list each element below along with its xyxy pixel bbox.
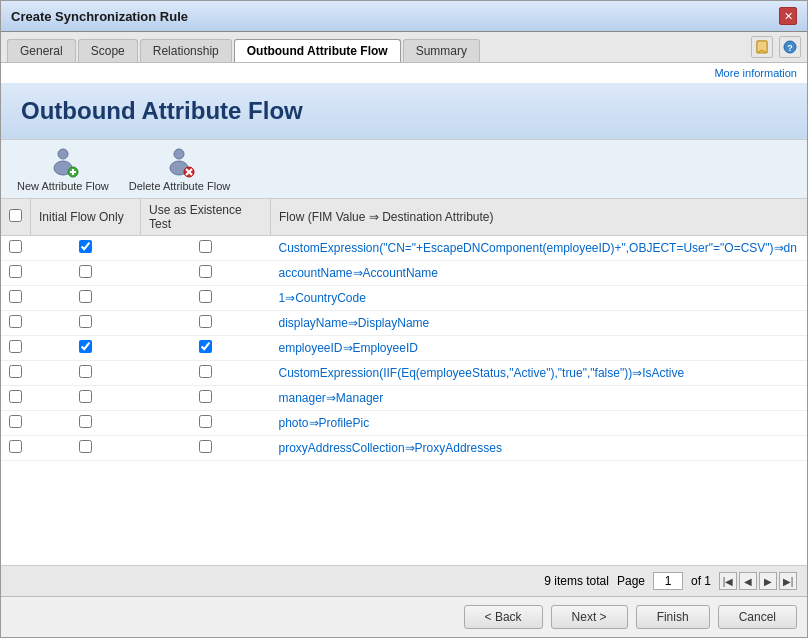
initial-flow-checkbox[interactable] [79,390,92,403]
first-page-button[interactable]: |◀ [719,572,737,590]
table-row: employeeID⇒EmployeeID [1,336,807,361]
row-select-checkbox[interactable] [9,415,22,428]
initial-flow-checkbox[interactable] [79,440,92,453]
table-row: CustomExpression(IIF(Eq(employeeStatus,"… [1,361,807,386]
tab-relationship[interactable]: Relationship [140,39,232,62]
tab-general[interactable]: General [7,39,76,62]
flow-value: manager⇒Manager [271,386,808,411]
flow-value: CustomExpression("CN="+EscapeDNComponent… [271,236,808,261]
last-page-button[interactable]: ▶| [779,572,797,590]
flow-value: 1⇒CountryCode [271,286,808,311]
table-row: manager⇒Manager [1,386,807,411]
row-select-checkbox[interactable] [9,440,22,453]
flow-value: accountName⇒AccountName [271,261,808,286]
flow-value: photo⇒ProfilePic [271,411,808,436]
next-button[interactable]: Next > [551,605,628,629]
tab-outbound-attribute-flow[interactable]: Outbound Attribute Flow [234,39,401,62]
row-select-checkbox[interactable] [9,390,22,403]
initial-flow-checkbox[interactable] [79,265,92,278]
new-attribute-flow-icon [47,146,79,178]
page-input[interactable] [653,572,683,590]
existence-test-checkbox[interactable] [199,365,212,378]
tabs-container: General Scope Relationship Outbound Attr… [7,39,480,62]
existence-test-checkbox[interactable] [199,390,212,403]
svg-text:?: ? [787,43,793,53]
back-button[interactable]: < Back [464,605,543,629]
table-row: displayName⇒DisplayName [1,311,807,336]
attribute-flow-table: Initial Flow Only Use as Existence Test … [1,199,807,461]
initial-flow-checkbox[interactable] [79,415,92,428]
more-information-link[interactable]: More information [1,63,807,83]
header-existence-test: Use as Existence Test [141,199,271,236]
attribute-flow-table-container: Initial Flow Only Use as Existence Test … [1,199,807,565]
tab-scope[interactable]: Scope [78,39,138,62]
bookmark-icon [755,40,769,54]
delete-attribute-flow-button[interactable]: Delete Attribute Flow [129,146,231,192]
table-body: CustomExpression("CN="+EscapeDNComponent… [1,236,807,461]
existence-test-checkbox[interactable] [199,440,212,453]
question-icon: ? [783,40,797,54]
page-header: Outbound Attribute Flow [1,83,807,140]
flow-value: displayName⇒DisplayName [271,311,808,336]
row-select-checkbox[interactable] [9,240,22,253]
table-row: 1⇒CountryCode [1,286,807,311]
header-flow: Flow (FIM Value ⇒ Destination Attribute) [271,199,808,236]
page-label: Page [617,574,645,588]
title-bar: Create Synchronization Rule ✕ [1,1,807,32]
flow-value: proxyAddressCollection⇒ProxyAddresses [271,436,808,461]
existence-test-checkbox[interactable] [199,290,212,303]
items-total: 9 items total [544,574,609,588]
next-page-button[interactable]: ▶ [759,572,777,590]
table-row: accountName⇒AccountName [1,261,807,286]
of-label: of 1 [691,574,711,588]
content-area: More information Outbound Attribute Flow [1,63,807,596]
help-icon-btn[interactable] [751,36,773,58]
new-attribute-flow-button[interactable]: New Attribute Flow [17,146,109,192]
new-attribute-flow-label: New Attribute Flow [17,180,109,192]
main-window: Create Synchronization Rule ✕ General Sc… [0,0,808,638]
svg-point-9 [174,149,184,159]
table-row: proxyAddressCollection⇒ProxyAddresses [1,436,807,461]
row-select-checkbox[interactable] [9,315,22,328]
svg-point-4 [58,149,68,159]
table-header-row: Initial Flow Only Use as Existence Test … [1,199,807,236]
table-row: CustomExpression("CN="+EscapeDNComponent… [1,236,807,261]
existence-test-checkbox[interactable] [199,265,212,278]
window-title: Create Synchronization Rule [11,9,188,24]
row-select-checkbox[interactable] [9,340,22,353]
close-button[interactable]: ✕ [779,7,797,25]
page-title: Outbound Attribute Flow [21,97,787,125]
existence-test-checkbox[interactable] [199,240,212,253]
question-icon-btn[interactable]: ? [779,36,801,58]
header-checkbox-col [1,199,31,236]
initial-flow-checkbox[interactable] [79,340,92,353]
select-all-checkbox[interactable] [9,209,22,222]
delete-attribute-flow-label: Delete Attribute Flow [129,180,231,192]
tabs-bar: General Scope Relationship Outbound Attr… [1,32,807,63]
flow-value: CustomExpression(IIF(Eq(employeeStatus,"… [271,361,808,386]
row-select-checkbox[interactable] [9,265,22,278]
delete-attribute-flow-icon [163,146,195,178]
prev-page-button[interactable]: ◀ [739,572,757,590]
header-initial-flow: Initial Flow Only [31,199,141,236]
existence-test-checkbox[interactable] [199,340,212,353]
flow-value: employeeID⇒EmployeeID [271,336,808,361]
initial-flow-checkbox[interactable] [79,365,92,378]
toolbar: New Attribute Flow Delete Attribute Flow [1,140,807,199]
existence-test-checkbox[interactable] [199,315,212,328]
row-select-checkbox[interactable] [9,365,22,378]
row-select-checkbox[interactable] [9,290,22,303]
tabs-right-icons: ? [751,36,801,62]
footer-bar: < Back Next > Finish Cancel [1,596,807,637]
initial-flow-checkbox[interactable] [79,315,92,328]
finish-button[interactable]: Finish [636,605,710,629]
existence-test-checkbox[interactable] [199,415,212,428]
cancel-button[interactable]: Cancel [718,605,797,629]
pagination-bar: 9 items total Page of 1 |◀ ◀ ▶ ▶| [1,565,807,596]
initial-flow-checkbox[interactable] [79,240,92,253]
table-row: photo⇒ProfilePic [1,411,807,436]
tab-summary[interactable]: Summary [403,39,480,62]
initial-flow-checkbox[interactable] [79,290,92,303]
